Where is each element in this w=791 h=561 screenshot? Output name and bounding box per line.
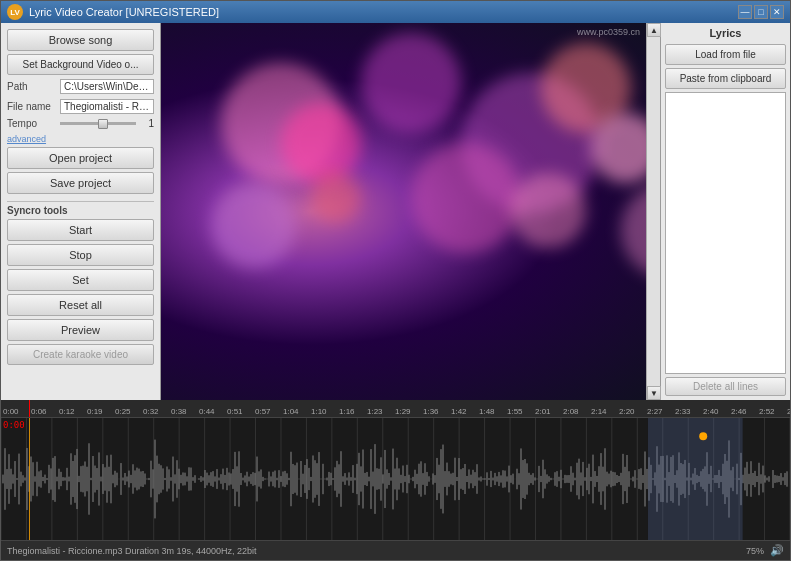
main-content: Browse song Set Background Video o... Pa… — [1, 23, 790, 400]
lyrics-area[interactable] — [665, 92, 786, 374]
window-controls: — □ ✕ — [738, 5, 784, 19]
ruler-mark: 1:36 — [423, 407, 451, 417]
ruler-mark: 0:44 — [199, 407, 227, 417]
create-karaoke-button[interactable]: Create karaoke video — [7, 344, 154, 365]
set-background-button[interactable]: Set Background Video o... — [7, 54, 154, 75]
path-row: Path C:\Users\Win\Desk| — [7, 79, 154, 94]
ruler-mark: 2:14 — [591, 407, 619, 417]
browse-song-button[interactable]: Browse song — [7, 29, 154, 51]
playhead-line — [29, 400, 30, 417]
ruler-mark: 0:51 — [227, 407, 255, 417]
bottom-area: 0:000:060:120:190:250:320:380:440:510:57… — [1, 400, 790, 560]
path-value: C:\Users\Win\Desk| — [60, 79, 154, 94]
ruler-mark: 0:25 — [115, 407, 143, 417]
ruler-mark: 2:33 — [675, 407, 703, 417]
ruler-mark: 1:48 — [479, 407, 507, 417]
advanced-link[interactable]: advanced — [7, 132, 154, 144]
waveform-container[interactable]: 0:00 — [1, 418, 790, 540]
preview-button[interactable]: Preview — [7, 319, 154, 341]
ruler-mark: 0:57 — [255, 407, 283, 417]
ruler-mark: 0:06 — [31, 407, 59, 417]
ruler-mark: 1:23 — [367, 407, 395, 417]
status-bar: Thegiomalisti - Riccione.mp3 Duration 3m… — [1, 540, 790, 560]
left-panel: Browse song Set Background Video o... Pa… — [1, 23, 161, 400]
start-button[interactable]: Start — [7, 219, 154, 241]
center-panel: www.pc0359.cn ▲ ▼ — [161, 23, 660, 400]
ruler-mark: 0:19 — [87, 407, 115, 417]
tempo-row: Tempo 1 — [7, 118, 154, 129]
app-icon: LV — [7, 4, 23, 20]
ruler-mark: 2:40 — [703, 407, 731, 417]
current-time-display: 0:00 — [3, 420, 25, 430]
filename-value: Thegiomalisti - Ricc — [60, 99, 154, 114]
stop-button[interactable]: Stop — [7, 244, 154, 266]
ruler-mark: 1:42 — [451, 407, 479, 417]
ruler-mark: 0:00 — [3, 407, 31, 417]
title-bar: LV Lyric Video Creator [UNREGISTERED] — … — [1, 1, 790, 23]
save-project-button[interactable]: Save project — [7, 172, 154, 194]
close-button[interactable]: ✕ — [770, 5, 784, 19]
path-label: Path — [7, 81, 57, 92]
maximize-button[interactable]: □ — [754, 5, 768, 19]
scroll-up-button[interactable]: ▲ — [647, 23, 661, 37]
main-window: LV Lyric Video Creator [UNREGISTERED] — … — [0, 0, 791, 561]
syncro-section-label: Syncro tools — [7, 201, 154, 216]
paste-from-clipboard-button[interactable]: Paste from clipboard — [665, 68, 786, 89]
ruler-mark: 1:55 — [507, 407, 535, 417]
ruler-mark: 2:52 — [759, 407, 787, 417]
volume-icon[interactable]: 🔊 — [770, 544, 784, 557]
video-area: www.pc0359.cn — [161, 23, 660, 400]
lyrics-title: Lyrics — [665, 27, 786, 39]
ruler-mark: 2:27 — [647, 407, 675, 417]
waveform-canvas — [1, 418, 790, 540]
tempo-label: Tempo — [7, 118, 57, 129]
window-title: Lyric Video Creator [UNREGISTERED] — [29, 6, 738, 18]
minimize-button[interactable]: — — [738, 5, 752, 19]
tempo-value: 1 — [139, 118, 154, 129]
tempo-slider-thumb — [98, 119, 108, 129]
ruler-mark: 0:12 — [59, 407, 87, 417]
watermark: www.pc0359.cn — [577, 27, 640, 37]
ruler-mark: 0:32 — [143, 407, 171, 417]
timeline-ruler: 0:000:060:120:190:250:320:380:440:510:57… — [1, 400, 790, 418]
ruler-mark: 1:29 — [395, 407, 423, 417]
open-project-button[interactable]: Open project — [7, 147, 154, 169]
waveform-playhead — [29, 418, 30, 540]
filename-label: File name — [7, 101, 57, 112]
scroll-down-button[interactable]: ▼ — [647, 386, 661, 400]
tempo-slider[interactable] — [60, 122, 136, 125]
delete-all-lines-button[interactable]: Delete all lines — [665, 377, 786, 396]
ruler-mark: 2:46 — [731, 407, 759, 417]
load-from-file-button[interactable]: Load from file — [665, 44, 786, 65]
app-icon-text: LV — [10, 8, 20, 17]
ruler-mark: 2:01 — [535, 407, 563, 417]
filename-row: File name Thegiomalisti - Ricc — [7, 99, 154, 114]
right-panel: Lyrics Load from file Paste from clipboa… — [660, 23, 790, 400]
ruler-mark: 1:04 — [283, 407, 311, 417]
ruler-mark: 2:08 — [563, 407, 591, 417]
reset-all-button[interactable]: Reset all — [7, 294, 154, 316]
ruler-marks: 0:000:060:120:190:250:320:380:440:510:57… — [3, 400, 788, 417]
ruler-mark: 2:20 — [619, 407, 647, 417]
ruler-mark: 1:10 — [311, 407, 339, 417]
zoom-level: 75% — [746, 546, 764, 556]
ruler-mark: 1:16 — [339, 407, 367, 417]
scroll-track[interactable] — [647, 37, 660, 386]
set-button[interactable]: Set — [7, 269, 154, 291]
status-right: 75% 🔊 — [746, 544, 784, 557]
ruler-mark: 2:59 — [787, 407, 790, 417]
status-text: Thegiomalisti - Riccione.mp3 Duration 3m… — [7, 546, 257, 556]
ruler-mark: 0:38 — [171, 407, 199, 417]
